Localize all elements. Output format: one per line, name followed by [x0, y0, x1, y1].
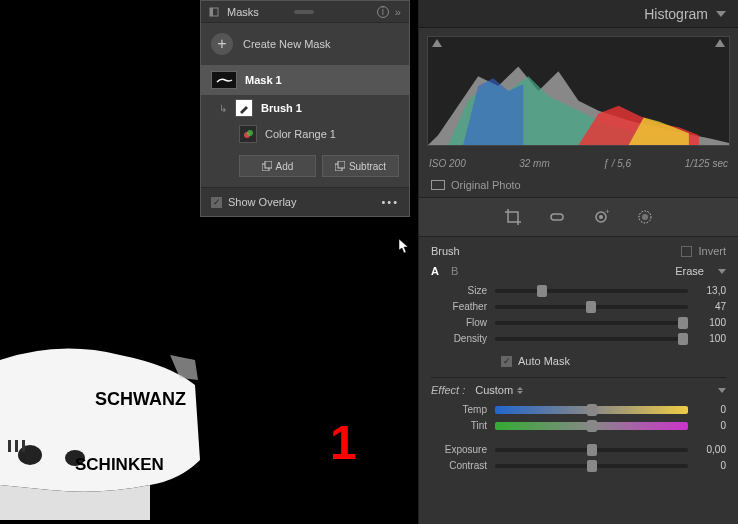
svg-rect-8	[210, 8, 213, 16]
exif-aperture: ƒ / 5,6	[603, 158, 631, 169]
create-mask-button[interactable]: + Create New Mask	[201, 23, 409, 65]
subtract-icon	[335, 161, 345, 171]
cursor-pointer-icon	[394, 238, 410, 259]
brush-b-tab[interactable]: B	[451, 265, 458, 277]
temp-slider[interactable]: Temp 0	[431, 404, 726, 415]
histogram-title: Histogram	[644, 6, 708, 22]
histogram-header[interactable]: Histogram	[419, 0, 738, 28]
subtract-button[interactable]: Subtract	[322, 155, 399, 177]
mask-tool-icon[interactable]	[636, 208, 654, 226]
svg-rect-6	[22, 440, 25, 452]
svg-point-23	[642, 214, 648, 220]
mask-item-1[interactable]: Mask 1	[201, 65, 409, 95]
add-icon	[262, 161, 272, 171]
collapse-icon[interactable]: »	[395, 6, 401, 18]
svg-text:SCHWANZ: SCHWANZ	[95, 389, 186, 409]
link-arrow-icon: ↳	[219, 103, 227, 114]
brush-label: Brush 1	[261, 102, 302, 114]
svg-point-10	[247, 130, 253, 136]
create-mask-label: Create New Mask	[243, 38, 330, 50]
mask-label: Mask 1	[245, 74, 282, 86]
masks-title: Masks	[227, 6, 259, 18]
develop-panel: Histogram ISO 200 32 mm ƒ / 5,6 1/125 se…	[418, 0, 738, 524]
color-range-icon	[239, 125, 257, 143]
svg-rect-12	[265, 161, 272, 168]
annotation-number: 1	[330, 415, 357, 470]
svg-text:+: +	[605, 208, 610, 216]
exif-shutter: 1/125 sec	[685, 158, 728, 169]
feather-slider[interactable]: Feather 47	[431, 301, 726, 312]
contrast-slider[interactable]: Contrast 0	[431, 460, 726, 471]
more-options-icon[interactable]: •••	[381, 196, 399, 208]
histogram[interactable]	[427, 36, 730, 146]
size-slider[interactable]: Size 13,0	[431, 285, 726, 296]
dock-icon	[209, 7, 219, 17]
exif-iso: ISO 200	[429, 158, 466, 169]
brush-icon	[235, 99, 253, 117]
effect-label: Effect :	[431, 384, 465, 396]
masks-panel: Masks i » + Create New Mask Mask 1 ↳ Bru…	[200, 0, 410, 217]
brush-a-tab[interactable]: A	[431, 265, 439, 277]
crop-tool-icon[interactable]	[504, 208, 522, 226]
chevron-down-icon[interactable]	[718, 269, 726, 274]
svg-point-0	[18, 445, 42, 465]
flow-slider[interactable]: Flow 100	[431, 317, 726, 328]
color-range-component[interactable]: Color Range 1	[201, 121, 409, 147]
density-slider[interactable]: Density 100	[431, 333, 726, 344]
heal-tool-icon[interactable]	[548, 208, 566, 226]
brush-section-title: Brush	[431, 245, 460, 257]
add-button[interactable]: Add	[239, 155, 316, 177]
exif-focal: 32 mm	[519, 158, 550, 169]
exposure-slider[interactable]: Exposure 0,00	[431, 444, 726, 455]
mask-thumbnail	[211, 71, 237, 89]
masks-footer: ✓ Show Overlay •••	[201, 187, 409, 216]
effect-preset-select[interactable]: Custom	[475, 384, 523, 396]
brush-component[interactable]: ↳ Brush 1	[201, 95, 409, 121]
chevron-down-icon[interactable]	[718, 388, 726, 393]
auto-mask-checkbox[interactable]: ✓	[501, 356, 512, 367]
panel-grip[interactable]	[294, 10, 314, 14]
invert-label: Invert	[698, 245, 726, 257]
svg-rect-15	[551, 214, 563, 220]
svg-rect-4	[8, 440, 11, 452]
exif-row: ISO 200 32 mm ƒ / 5,6 1/125 sec	[419, 154, 738, 173]
brush-erase-tab[interactable]: Erase	[675, 265, 704, 277]
auto-mask-label: Auto Mask	[518, 355, 570, 367]
preview-image: SCHWANZ SCHINKEN	[0, 330, 200, 520]
redeye-tool-icon[interactable]: +	[592, 208, 610, 226]
svg-text:SCHINKEN: SCHINKEN	[75, 455, 164, 474]
compare-icon	[431, 180, 445, 190]
original-photo-toggle[interactable]: Original Photo	[419, 173, 738, 198]
svg-rect-14	[338, 161, 345, 168]
show-overlay-label: Show Overlay	[228, 196, 296, 208]
plus-icon: +	[211, 33, 233, 55]
info-icon[interactable]: i	[377, 6, 389, 18]
color-range-label: Color Range 1	[265, 128, 336, 140]
show-overlay-checkbox[interactable]: ✓	[211, 197, 222, 208]
chevron-down-icon	[716, 11, 726, 17]
svg-rect-5	[15, 440, 18, 452]
tint-slider[interactable]: Tint 0	[431, 420, 726, 431]
tool-strip: +	[419, 198, 738, 237]
svg-point-20	[599, 215, 603, 219]
masks-panel-header[interactable]: Masks i »	[201, 1, 409, 23]
invert-checkbox[interactable]	[681, 246, 692, 257]
